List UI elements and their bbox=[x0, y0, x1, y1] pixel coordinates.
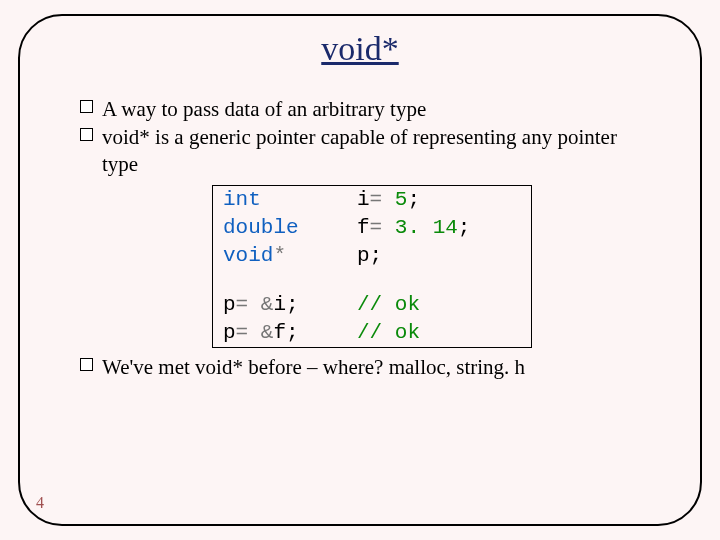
code-cell: f= 3. 14; bbox=[353, 214, 531, 242]
code-number: 3. 14 bbox=[395, 216, 458, 239]
code-text: i bbox=[357, 188, 370, 211]
code-row: double f= 3. 14; bbox=[213, 214, 531, 242]
code-cell: p= &f; bbox=[213, 319, 353, 347]
code-text: ; bbox=[407, 188, 420, 211]
code-cell: // ok bbox=[353, 319, 531, 347]
code-comment: // ok bbox=[357, 321, 420, 344]
slide-title: void* bbox=[28, 30, 692, 68]
code-text: f; bbox=[273, 321, 298, 344]
code-keyword: int bbox=[223, 188, 261, 211]
code-keyword: double bbox=[223, 216, 299, 239]
code-row-gap bbox=[213, 271, 531, 291]
code-block: int i= 5; double f= 3. 14; void* p; p= &… bbox=[212, 185, 532, 348]
bullet-item: A way to pass data of an arbitrary type bbox=[80, 96, 640, 122]
code-op: * bbox=[273, 244, 286, 267]
code-op: = & bbox=[236, 293, 274, 316]
slide: void* A way to pass data of an arbitrary… bbox=[0, 0, 720, 540]
code-op: = bbox=[370, 188, 395, 211]
code-cell: double bbox=[213, 214, 353, 242]
code-text: p bbox=[223, 293, 236, 316]
bullet-item: We've met void* before – where? malloc, … bbox=[80, 354, 640, 380]
code-cell: void* bbox=[213, 242, 353, 270]
code-text: p bbox=[223, 321, 236, 344]
slide-content: A way to pass data of an arbitrary type … bbox=[28, 96, 692, 380]
code-cell: i= 5; bbox=[353, 186, 531, 214]
page-number: 4 bbox=[36, 494, 44, 512]
code-op: = & bbox=[236, 321, 274, 344]
code-cell: int bbox=[213, 186, 353, 214]
bullet-text: A way to pass data of an arbitrary type bbox=[102, 97, 426, 121]
code-row: p= &f; // ok bbox=[213, 319, 531, 347]
code-row: int i= 5; bbox=[213, 186, 531, 214]
code-cell: p; bbox=[353, 242, 531, 270]
code-row: void* p; bbox=[213, 242, 531, 270]
code-text: f bbox=[357, 216, 370, 239]
code-keyword: void bbox=[223, 244, 273, 267]
code-text: ; bbox=[458, 216, 471, 239]
code-row: p= &i; // ok bbox=[213, 291, 531, 319]
bullet-text: void* is a generic pointer capable of re… bbox=[102, 125, 617, 175]
code-comment: // ok bbox=[357, 293, 420, 316]
bullet-text: We've met void* before – where? malloc, … bbox=[102, 355, 525, 379]
code-op: = bbox=[370, 216, 395, 239]
code-text: p; bbox=[357, 244, 382, 267]
bullet-item: void* is a generic pointer capable of re… bbox=[80, 124, 640, 177]
code-cell: // ok bbox=[353, 291, 531, 319]
code-cell: p= &i; bbox=[213, 291, 353, 319]
code-number: 5 bbox=[395, 188, 408, 211]
code-text: i; bbox=[273, 293, 298, 316]
